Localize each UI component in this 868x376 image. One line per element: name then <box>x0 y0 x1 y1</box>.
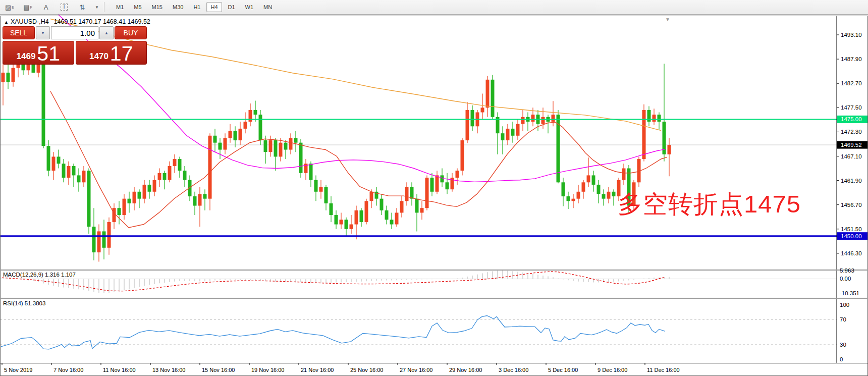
time-label: 11 Nov 16:00 <box>103 367 136 373</box>
time-label: 27 Nov 16:00 <box>400 367 432 373</box>
price-label: 1467.10 <box>841 153 862 159</box>
chart-annotation: 多空转折点1475 <box>618 188 801 221</box>
text-frame-icon[interactable]: T <box>58 1 71 13</box>
chart-shift-marker-icon[interactable]: ▼ <box>665 17 670 22</box>
volume-input[interactable] <box>51 26 98 39</box>
rsi-indicator-label: RSI(14) 51.3803 <box>3 300 45 306</box>
time-label: 5 Dec 16:00 <box>548 367 578 373</box>
toolbar-separator <box>104 2 105 12</box>
sell-price-box[interactable]: 1469 51 <box>3 41 74 65</box>
grid-hatch-f-icon[interactable]: ▤F <box>21 1 34 13</box>
toolbar: ▨E▤FAT⇅▾ M1M5M15M30H1H4D1W1MN <box>0 0 868 15</box>
macd-axis-label: 5.963 <box>840 267 854 274</box>
price-label: 1446.30 <box>841 250 862 256</box>
macd-axis-label: -10.351 <box>840 290 859 296</box>
time-label: 7 Nov 16:00 <box>53 367 83 373</box>
tf-button-w1[interactable]: W1 <box>241 2 258 12</box>
time-label: 21 Nov 16:00 <box>301 367 334 373</box>
indicator-hatch-e-icon[interactable]: ▨E <box>3 1 16 13</box>
buy-price-box[interactable]: 1470 17 <box>76 41 147 65</box>
macd-axis-label: 0.00 <box>840 276 851 282</box>
price-label: 1451.50 <box>841 226 862 232</box>
price-label: 1487.90 <box>841 56 862 62</box>
price-label: 1461.90 <box>841 178 862 184</box>
price-label: 1493.10 <box>841 32 862 38</box>
sell-price-big: 51 <box>37 44 60 64</box>
collapse-triangle-icon[interactable]: ▲ <box>4 20 9 25</box>
chart-title: ▲XAUUSD-,H41469.51 1470.17 1468.41 1469.… <box>4 18 150 25</box>
one-click-trading-panel: SELL ▼ ▲ BUY 1469 51 1470 17 <box>3 26 147 65</box>
tf-button-h1[interactable]: H1 <box>189 2 204 12</box>
volume-increase-button[interactable]: ▲ <box>99 26 114 39</box>
dropdown-caret-icon[interactable]: ▾ <box>94 1 100 13</box>
time-label: 19 Nov 16:00 <box>251 367 284 373</box>
time-label: 25 Nov 16:00 <box>350 367 383 373</box>
tf-button-d1[interactable]: D1 <box>224 2 239 12</box>
time-label: 11 Dec 16:00 <box>647 367 680 373</box>
price-label: 1482.70 <box>841 80 862 86</box>
cycle-arrows-icon[interactable]: ⇅ <box>76 1 89 13</box>
macd-indicator-label: MACD(12,26,9) 1.316 1.107 <box>3 272 76 278</box>
time-label: 9 Dec 16:00 <box>598 367 627 373</box>
tf-button-m5[interactable]: M5 <box>130 2 145 12</box>
buy-price-small: 1470 <box>89 52 108 61</box>
tf-button-mn[interactable]: MN <box>259 2 276 12</box>
price-label: 1456.70 <box>841 202 862 208</box>
tf-button-m15[interactable]: M15 <box>148 2 167 12</box>
time-label: 5 Nov 2019 <box>4 367 32 373</box>
price-label: 1472.30 <box>841 129 862 135</box>
ohlc-quotes: 1469.51 1470.17 1468.41 1469.52 <box>54 18 150 25</box>
rsi-axis-label: 30 <box>840 342 846 348</box>
price-highlight-label: 1475.00 <box>841 116 862 122</box>
tf-button-m30[interactable]: M30 <box>169 2 187 12</box>
price-label: 1477.50 <box>841 104 862 111</box>
time-label: 13 Nov 16:00 <box>152 367 185 373</box>
letter-a-icon[interactable]: A <box>39 1 52 13</box>
time-label: 15 Nov 16:00 <box>202 367 235 373</box>
toolbar-icon-group: ▨E▤FAT⇅▾ <box>3 1 100 13</box>
price-highlight-label: 1450.00 <box>841 233 862 239</box>
price-highlight-label: 1469.52 <box>841 142 862 148</box>
time-label: 3 Dec 16:00 <box>499 367 528 373</box>
buy-price-big: 17 <box>110 44 133 64</box>
rsi-axis-label: 0 <box>840 356 843 362</box>
symbol-label: XAUUSD-,H4 <box>11 18 49 25</box>
sell-price-small: 1469 <box>17 52 36 61</box>
time-label: 29 Nov 16:00 <box>449 367 482 373</box>
volume-decrease-button[interactable]: ▼ <box>36 26 50 39</box>
tf-button-m1[interactable]: M1 <box>112 2 128 12</box>
timeframe-group: M1M5M15M30H1H4D1W1MN <box>112 2 276 12</box>
sell-button[interactable]: SELL <box>3 26 35 39</box>
rsi-axis-label: 70 <box>840 316 846 323</box>
buy-button[interactable]: BUY <box>115 26 147 39</box>
tf-button-h4[interactable]: H4 <box>206 2 222 12</box>
rsi-axis-label: 100 <box>840 302 849 308</box>
trading-terminal: { "toolbar": { "icons": [ {"name":"indic… <box>0 0 868 376</box>
